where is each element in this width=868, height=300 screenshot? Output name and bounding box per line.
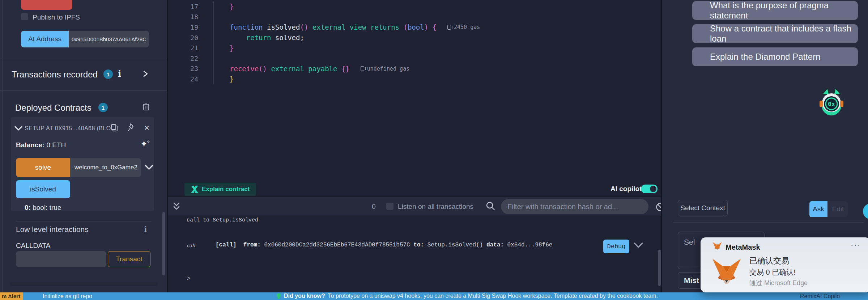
remix-ai-icon (191, 186, 198, 193)
left-panel-scrollbar[interactable] (162, 212, 165, 275)
git-init-label[interactable]: Initialize as git repo (43, 293, 92, 300)
copy-icon[interactable] (111, 124, 118, 132)
indent-guide-line (213, 1, 214, 84)
calldata-input[interactable] (16, 251, 106, 267)
pin-icon[interactable] (127, 123, 135, 132)
info-icon[interactable]: i (118, 68, 121, 79)
transaction-filter-input[interactable] (501, 199, 648, 214)
terminal-log-intro: call to Setup.isSolved (187, 217, 258, 223)
divider (16, 221, 151, 222)
log-tag: [call] (216, 242, 237, 248)
did-you-know-tip: Did you know? To prototype on a uniswap … (276, 293, 658, 299)
contract-header-label[interactable]: SETUP AT 0X915...40A68 (BLOC (25, 125, 115, 132)
terminal-scrollbar[interactable] (658, 250, 661, 286)
at-address-input[interactable] (69, 31, 149, 47)
suggestion-chip[interactable]: Explain the Diamond Pattern (692, 47, 858, 66)
select-context-button[interactable]: Select Context (678, 200, 728, 216)
low-level-interactions-title: Low level interactions (16, 225, 89, 234)
tip-text: To prototype on a uniswap v4 hooks, you … (328, 293, 658, 299)
metamask-notification-message: 交易 0 已确认! (749, 267, 796, 277)
terminal-log-line[interactable]: [call] from: 0x060d200DCa2dd3256EbEb67E4… (216, 242, 552, 248)
metamask-fox-icon (712, 242, 722, 250)
terminal-expand-icon[interactable] (173, 202, 180, 211)
log-expand-chevron-icon[interactable] (634, 242, 643, 248)
listen-all-checkbox[interactable] (386, 203, 393, 210)
sparkles-icon[interactable]: ✦✧ (140, 139, 151, 149)
ask-mode-button[interactable]: Ask (809, 201, 827, 217)
output-value: bool: true (33, 204, 61, 211)
output-index: 0: (25, 204, 31, 211)
call-output-row: 0: bool: true (25, 204, 61, 212)
tip-label: Did you know? (284, 293, 325, 299)
deploy-button[interactable] (21, 0, 72, 10)
log-to-label: to: (413, 242, 424, 248)
pending-tx-count: 0 (372, 203, 376, 211)
deployed-contracts-title: Deployed Contracts (15, 103, 92, 113)
balance-row: Balance: 0 ETH (16, 141, 66, 149)
issolved-button[interactable]: isSolved (16, 180, 70, 198)
left-panel-hscrollbar[interactable] (10, 282, 158, 286)
divider (0, 58, 167, 58)
log-data-value: 0x64d...98f6e (507, 242, 553, 248)
debug-button[interactable]: Debug (603, 240, 629, 253)
divider (0, 90, 167, 91)
deployed-count-badge: 1 (98, 103, 108, 112)
panel-edge-line (3, 0, 3, 292)
publish-ipfs-label: Publish to IPFS (33, 13, 80, 21)
remixai-footer-label: RemixAI Copilo (800, 293, 840, 300)
ai-copilot-label: AI copilot (610, 185, 642, 193)
scam-alert-badge[interactable]: m Alert (0, 292, 23, 300)
publish-ipfs-checkbox[interactable] (21, 13, 28, 20)
listen-all-label: Listen on all transactions (398, 203, 473, 211)
metamask-notification-source: 通过 Microsoft Edge (749, 279, 808, 287)
at-address-button[interactable]: At Address (21, 31, 69, 47)
panel-divider (661, 0, 662, 292)
log-data-label: data: (486, 242, 504, 248)
edit-mode-button[interactable]: Edit (828, 201, 848, 217)
contract-expand-chevron-icon[interactable] (14, 126, 22, 131)
metamask-fox-logo (712, 258, 741, 285)
log-from-value: 0x060d200DCa2dd3256EbEb67E43dAD0f78551b5… (264, 242, 410, 248)
svg-text:0x: 0x (828, 101, 835, 107)
info-icon[interactable]: i (144, 224, 147, 234)
transact-button[interactable]: Transact (108, 251, 150, 267)
call-type-glyph: call (187, 243, 195, 248)
search-icon[interactable] (486, 201, 495, 211)
balance-value: 0 ETH (46, 141, 66, 149)
metamask-app-name: MetaMask (726, 243, 760, 252)
chevron-right-icon[interactable] (142, 70, 149, 77)
ai-copilot-toggle[interactable] (641, 185, 658, 193)
trash-icon[interactable] (142, 102, 150, 111)
solve-argument-input[interactable] (70, 158, 141, 177)
suggestion-chip[interactable]: Show a contract that includes a flash lo… (692, 24, 858, 43)
solve-button[interactable]: solve (16, 158, 70, 177)
transactions-recorded-title: Transactions recorded (12, 69, 98, 80)
suggestion-chip[interactable]: What is the purpose of pragma statement (692, 1, 858, 20)
close-icon[interactable]: ✕ (144, 124, 150, 132)
log-from-label: from: (243, 242, 261, 248)
divider (673, 222, 864, 223)
lightbulb-icon (276, 293, 281, 299)
terminal-prompt[interactable]: > (187, 275, 191, 282)
metamask-notification-title: 已确认交易 (749, 255, 789, 266)
solve-expand-chevron-icon[interactable] (145, 165, 153, 170)
calldata-label: CALLDATA (16, 242, 50, 250)
log-to-value: Setup.isSolved() (427, 242, 483, 248)
remix-ide-app: { "left": { "publish_label": "Publish to… (0, 0, 868, 300)
transactions-count-badge: 1 (103, 69, 113, 79)
metamask-menu-icon[interactable]: ··· (851, 240, 861, 250)
balance-label: Balance: (16, 141, 44, 149)
explain-contract-label: Explain contract (202, 186, 250, 193)
code-lines[interactable]: 17}1819function isSolved() external view… (168, 1, 660, 84)
oxgame-mascot-logo: 0x (819, 87, 844, 116)
explain-contract-button[interactable]: Explain contract (184, 183, 256, 196)
